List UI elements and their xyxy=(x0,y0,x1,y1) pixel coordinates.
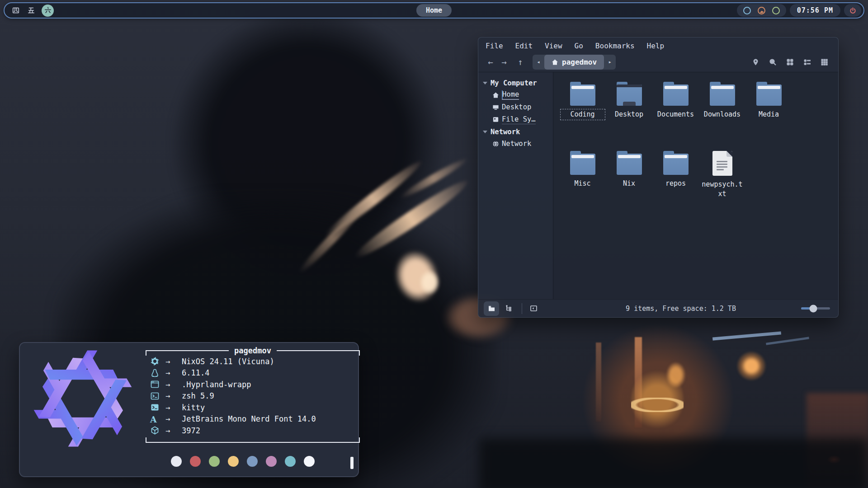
show-places-button[interactable] xyxy=(484,301,499,316)
sidebar-item-network[interactable]: Network xyxy=(483,138,553,150)
show-tree-button[interactable] xyxy=(501,301,516,316)
file-label: Media xyxy=(747,110,791,119)
hard-disk-icon xyxy=(492,116,499,123)
memory-gauge-icon xyxy=(758,7,765,14)
terminal-window: pagedmov → NixOS 24.11 (Vicuna) → 6.11.4 xyxy=(19,342,359,477)
menu-edit[interactable]: Edit xyxy=(515,42,533,50)
file-item-coding[interactable]: Coding xyxy=(559,80,606,150)
menu-help[interactable]: Help xyxy=(647,42,665,50)
home-icon xyxy=(492,92,499,99)
power-button[interactable] xyxy=(844,4,861,17)
zoom-slider-knob[interactable] xyxy=(809,305,817,312)
file-manager-body: My Computer Home Desktop File Sy… Networ… xyxy=(478,72,838,299)
menu-go[interactable]: Go xyxy=(575,42,583,50)
fastfetch-output: pagedmov → NixOS 24.11 (Vicuna) → 6.11.4 xyxy=(146,350,360,443)
kanji-four-icon xyxy=(12,6,20,14)
arrow: → xyxy=(165,380,182,389)
places-sidebar: My Computer Home Desktop File Sy… Networ… xyxy=(478,72,553,299)
folder-icon xyxy=(756,84,782,106)
home-icon xyxy=(552,59,558,66)
clock[interactable]: 07:56 PM xyxy=(790,4,840,17)
wallpaper-candle-rim xyxy=(631,398,684,412)
workspace-6-active[interactable] xyxy=(42,5,54,17)
file-item-media[interactable]: Media xyxy=(745,80,792,150)
desktop: Home 07:56 PM File Edit View Go Bookmark… xyxy=(0,0,868,488)
file-item-desktop[interactable]: Desktop xyxy=(606,80,652,150)
packages-value: 3972 xyxy=(182,426,360,435)
sidebar-item-label: Home xyxy=(502,90,519,100)
file-item-repos[interactable]: repos xyxy=(652,150,699,219)
fetch-title: pagedmov xyxy=(229,346,277,355)
status-text: 9 items, Free space: 1.2 TB xyxy=(587,305,775,313)
path-previous-button[interactable]: ◂ xyxy=(533,59,544,65)
fetch-row-terminal: → kitty xyxy=(146,402,360,413)
palette-dot-0 xyxy=(171,456,182,467)
file-item-newpsych-txt[interactable]: newpsych.txt xyxy=(699,150,745,219)
fetch-row-packages: → 3972 xyxy=(146,425,360,436)
wallpaper-glow-spot xyxy=(737,352,766,380)
fetch-box-bottom xyxy=(146,437,360,443)
workspace-4[interactable] xyxy=(11,5,21,15)
sidebar-item-desktop[interactable]: Desktop xyxy=(483,101,553,113)
palette-dot-3 xyxy=(228,456,239,467)
fetch-box-top: pagedmov xyxy=(146,350,360,356)
palette-dot-1 xyxy=(190,456,201,467)
search-button[interactable] xyxy=(769,58,777,66)
system-gauges[interactable] xyxy=(737,4,786,17)
menu-bookmarks[interactable]: Bookmarks xyxy=(595,42,635,50)
fetch-row-wm: → .Hyprland-wrapp xyxy=(146,379,360,390)
folder-icon xyxy=(663,84,689,106)
sidebar-item-label: Desktop xyxy=(502,103,531,112)
file-item-misc[interactable]: Misc xyxy=(559,150,606,219)
wallpaper-lantern-frame xyxy=(596,343,601,422)
sidebar-item-home[interactable]: Home xyxy=(483,89,553,101)
cpu-gauge-icon xyxy=(743,7,751,14)
path-bar: ◂ pagedmov ▸ xyxy=(533,55,616,70)
desktop-folder-icon xyxy=(617,84,642,106)
folder-icon xyxy=(663,154,689,175)
top-bar-right: 07:56 PM xyxy=(737,4,861,17)
list-view-button[interactable] xyxy=(803,58,811,66)
path-next-button[interactable]: ▸ xyxy=(604,59,616,65)
terminal-cursor[interactable] xyxy=(350,457,354,469)
active-window-title[interactable]: Home xyxy=(416,4,452,17)
path-segment-home[interactable]: pagedmov xyxy=(544,55,604,70)
workspace-5[interactable] xyxy=(26,5,36,15)
desktop-icon xyxy=(492,104,499,111)
file-label: Desktop xyxy=(608,110,651,119)
icon-view[interactable]: Coding Desktop Documents Downloads Media… xyxy=(553,72,838,299)
arrow: → xyxy=(165,391,182,400)
location-pin-button[interactable] xyxy=(752,58,760,66)
forward-button[interactable]: → xyxy=(497,57,511,67)
icon-view-button[interactable] xyxy=(786,58,794,66)
menu-file[interactable]: File xyxy=(486,42,503,50)
shell-value: zsh 5.9 xyxy=(182,391,360,400)
window-manager-icon xyxy=(150,380,160,389)
file-label: Misc xyxy=(561,179,604,188)
zoom-slider[interactable] xyxy=(801,307,830,310)
sidebar-section-my-computer[interactable]: My Computer xyxy=(483,77,553,89)
palette-dot-2 xyxy=(209,456,220,467)
file-label: repos xyxy=(654,179,698,188)
toggle-side-pane-button[interactable] xyxy=(526,301,541,316)
sidebar-item-file-system[interactable]: File Sy… xyxy=(483,113,553,126)
section-label: My Computer xyxy=(491,79,537,87)
status-divider xyxy=(522,303,522,314)
wallpaper-floor-shadow xyxy=(479,438,868,488)
sidebar-section-network[interactable]: Network xyxy=(483,126,553,138)
compact-view-button[interactable] xyxy=(821,58,828,66)
back-button[interactable]: ← xyxy=(484,57,497,67)
arrow: → xyxy=(165,403,182,412)
file-item-documents[interactable]: Documents xyxy=(652,80,699,150)
nixos-logo xyxy=(33,348,133,449)
file-item-nix[interactable]: Nix xyxy=(606,150,652,219)
wm-value: .Hyprland-wrapp xyxy=(182,380,360,389)
menu-view[interactable]: View xyxy=(545,42,562,50)
wallpaper-face-glow xyxy=(420,270,439,295)
file-item-downloads[interactable]: Downloads xyxy=(699,80,745,150)
up-button[interactable]: ↑ xyxy=(514,57,527,67)
terminal-value: kitty xyxy=(182,403,360,412)
arrow: → xyxy=(165,426,182,435)
fetch-row-os: → NixOS 24.11 (Vicuna) xyxy=(146,356,360,367)
file-label: newpsych.txt xyxy=(701,180,744,199)
